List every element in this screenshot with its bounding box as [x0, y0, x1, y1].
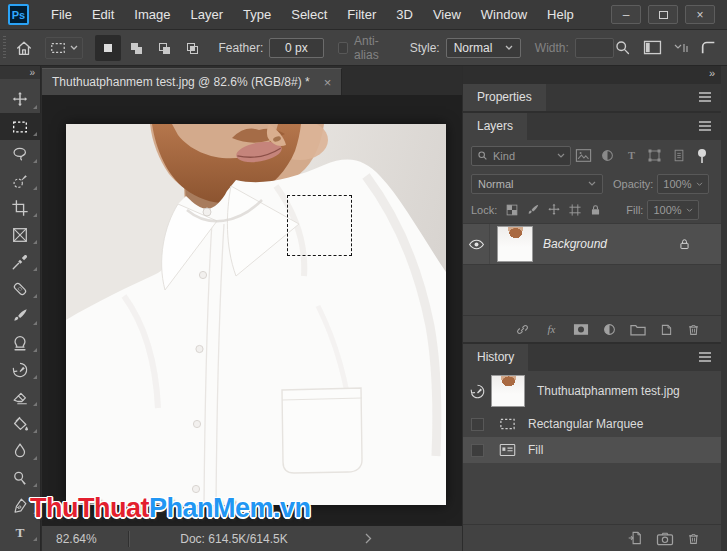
tool-eyedropper[interactable] [0, 248, 41, 275]
tab-properties[interactable]: Properties [463, 84, 546, 111]
layer-visibility-toggle[interactable] [463, 224, 490, 264]
home-icon[interactable] [15, 39, 33, 57]
feather-input[interactable]: 0 px [269, 38, 323, 58]
camera-icon[interactable] [656, 531, 674, 546]
history-snapshot-row[interactable]: Thuthuatphanmem test.jpg [463, 371, 721, 411]
workspace-chevron-icon[interactable] [674, 43, 688, 53]
minimize-button[interactable]: – [611, 5, 641, 24]
menu-edit[interactable]: Edit [82, 0, 124, 30]
tool-rectangular-marquee[interactable] [0, 113, 41, 140]
menu-file[interactable]: File [41, 0, 82, 30]
filter-pixel-layers-icon[interactable] [573, 146, 595, 166]
history-state-row-selected[interactable]: Fill [463, 437, 721, 463]
menu-3d[interactable]: 3D [386, 0, 423, 30]
anti-alias-checkbox[interactable] [338, 42, 348, 54]
layer-row-background[interactable]: Background [463, 223, 721, 265]
maximize-button[interactable] [648, 5, 678, 24]
tool-blur[interactable] [0, 437, 41, 464]
link-layers-icon[interactable] [514, 322, 531, 337]
menu-image[interactable]: Image [124, 0, 180, 30]
history-snapshot-thumbnail[interactable] [491, 375, 525, 407]
layer-filter-select[interactable]: Kind [471, 146, 571, 166]
selection-marquee[interactable] [287, 195, 352, 256]
lock-transparency-icon[interactable] [505, 203, 519, 217]
tool-clone-stamp[interactable] [0, 329, 41, 356]
toolbar-collapse[interactable]: » [0, 66, 40, 79]
tab-history[interactable]: History [463, 344, 528, 371]
history-state-row[interactable]: Rectangular Marquee [463, 411, 721, 437]
fill-state-icon [499, 443, 516, 457]
blend-mode-row: Normal Opacity: 100% [463, 171, 721, 197]
menu-window[interactable]: Window [471, 0, 537, 30]
menu-type[interactable]: Type [233, 0, 281, 30]
history-source-checkbox[interactable] [471, 444, 484, 457]
hamburger-icon[interactable] [698, 351, 712, 363]
menu-select[interactable]: Select [281, 0, 337, 30]
mode-add-selection[interactable] [123, 35, 149, 61]
menu-layer[interactable]: Layer [181, 0, 234, 30]
tool-spot-healing-brush[interactable] [0, 275, 41, 302]
panel-toggle-icon[interactable] [643, 40, 662, 55]
lock-position-icon[interactable] [547, 203, 561, 217]
width-input[interactable] [575, 38, 614, 58]
tool-path-selection[interactable] [0, 545, 41, 551]
filter-type-layers-icon[interactable]: T [620, 146, 642, 166]
document-tab[interactable]: Thuthuatphanmem test.jpg @ 82.6% (RGB/8#… [42, 68, 342, 95]
close-button[interactable]: × [685, 5, 715, 24]
history-brush-source-icon[interactable] [463, 383, 491, 400]
tool-eraser[interactable] [0, 383, 41, 410]
fill-value: 100% [653, 204, 681, 216]
layer-mask-icon[interactable] [572, 322, 590, 337]
workspace-icon[interactable] [700, 40, 717, 55]
lock-artboard-icon[interactable] [568, 203, 582, 217]
mode-intersect-selection[interactable] [179, 35, 205, 61]
menu-help[interactable]: Help [537, 0, 584, 30]
history-source-checkbox[interactable] [471, 418, 484, 431]
opacity-input[interactable]: 100% [657, 174, 709, 194]
layer-thumbnail[interactable] [497, 226, 533, 262]
zoom-level[interactable]: 82.64% [42, 532, 128, 546]
tool-move[interactable] [0, 86, 41, 113]
new-layer-icon[interactable] [659, 322, 674, 337]
fill-input[interactable]: 100% [647, 200, 699, 220]
canvas[interactable] [42, 95, 462, 525]
lock-image-icon[interactable] [526, 203, 540, 217]
status-expand-icon[interactable] [365, 533, 372, 544]
tool-crop[interactable] [0, 194, 41, 221]
menu-filter[interactable]: Filter [337, 0, 386, 30]
filter-shape-layers-icon[interactable] [644, 146, 666, 166]
photoshop-window: Ps File Edit Image Layer Type Select Fil… [0, 0, 727, 551]
search-icon[interactable] [614, 39, 631, 56]
delete-layer-icon[interactable] [686, 322, 701, 337]
chevron-down-icon [505, 45, 513, 51]
tool-frame[interactable] [0, 221, 41, 248]
layer-style-fx-icon[interactable]: fx [543, 322, 560, 337]
delete-state-icon[interactable] [686, 531, 701, 546]
tool-preset-picker[interactable] [45, 37, 83, 59]
adjustment-layer-icon[interactable] [602, 322, 617, 337]
mode-subtract-selection[interactable] [151, 35, 177, 61]
menu-view[interactable]: View [423, 0, 471, 30]
filter-adjustment-layers-icon[interactable] [597, 146, 619, 166]
tool-paint-bucket[interactable] [0, 410, 41, 437]
new-doc-from-state-icon[interactable] [627, 530, 644, 546]
tool-lasso[interactable] [0, 140, 41, 167]
style-select[interactable]: Normal [446, 38, 521, 58]
hamburger-icon[interactable] [698, 91, 712, 103]
blend-mode-select[interactable]: Normal [471, 174, 603, 194]
new-group-icon[interactable] [629, 322, 647, 337]
mode-new-selection[interactable] [95, 35, 121, 61]
tool-quick-selection[interactable] [0, 167, 41, 194]
tool-dodge[interactable] [0, 464, 41, 491]
tab-close-icon[interactable]: × [324, 75, 332, 90]
tool-brush[interactable] [0, 302, 41, 329]
lock-icon[interactable] [678, 237, 691, 251]
options-grip[interactable] [3, 36, 6, 60]
filter-toggle-icon[interactable] [691, 146, 713, 166]
dock-collapse[interactable]: » [709, 67, 715, 79]
hamburger-icon[interactable] [698, 120, 712, 132]
tool-history-brush[interactable] [0, 356, 41, 383]
filter-smart-objects-icon[interactable] [668, 146, 690, 166]
tab-layers[interactable]: Layers [463, 113, 527, 140]
lock-all-icon[interactable] [589, 203, 602, 217]
